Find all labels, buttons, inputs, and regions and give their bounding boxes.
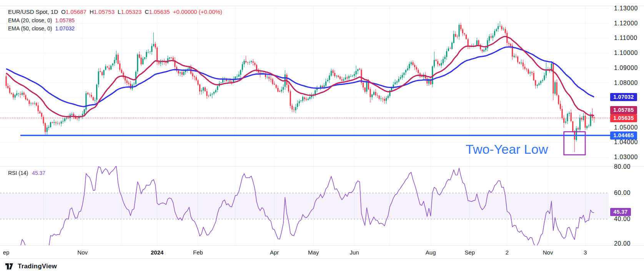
rsi-axis-label: 20.00 [614, 240, 631, 247]
price-axis-label: 1.03000 [614, 154, 638, 161]
time-label-Nov: Nov [543, 249, 553, 256]
price-axis-label: 1.11000 [614, 35, 637, 42]
support-price-badge: 1.04465 [610, 131, 637, 140]
time-label-May: May [308, 249, 319, 256]
price-axis-label: 1.08000 [614, 80, 638, 86]
time-label-ep: ep [3, 249, 10, 256]
footer: TradingView [5, 263, 57, 270]
time-label-Feb: Feb [193, 249, 203, 256]
ema50-value: 1.07032 [55, 25, 75, 32]
price-axis-label: 1.13000 [614, 5, 638, 12]
price-pane[interactable] [5, 21, 594, 152]
price-axis-label: 1.12000 [614, 20, 638, 27]
ema50-label: EMA (50, close, 0) [8, 25, 52, 32]
two-year-low-annotation[interactable]: Two-Year Low [466, 142, 548, 157]
last-price-badge: 1.05635 [610, 114, 637, 122]
ohlc-high: H1.05753 [90, 8, 115, 15]
rsi-axis-label: 60.00 [614, 190, 631, 196]
ohlc-close: C1.05635 [145, 8, 170, 15]
rsi-value: 45.37 [32, 170, 45, 176]
rsi-axis-label: 40.00 [614, 216, 631, 223]
tradingview-logo-icon[interactable] [5, 263, 15, 269]
rsi-label: RSI (14) [8, 170, 28, 176]
ema50-price-badge: 1.07032 [610, 93, 637, 101]
rsi-value-badge: 45.37 [610, 208, 631, 216]
ema20-value: 1.05785 [55, 17, 75, 23]
time-label-Sep: Sep [464, 249, 475, 256]
symbol-legend-row[interactable]: EUR/USD Spot, 1D O1.05687 H1.05753 L1.05… [8, 8, 222, 15]
rsi-axis-label: 80.00 [614, 163, 631, 170]
price-axis-label: 1.04000 [614, 139, 638, 146]
ohlc-low: L1.05323 [118, 8, 142, 15]
tradingview-chart-window: EUR/USD Spot, 1D O1.05687 H1.05753 L1.05… [0, 0, 644, 276]
price-axis-label: 1.10000 [614, 50, 638, 57]
time-label-3: 3 [584, 249, 587, 256]
time-label-Apr: Apr [270, 249, 279, 256]
symbol-title: EUR/USD Spot, 1D [8, 8, 58, 15]
price-axis-label: 1.05000 [614, 124, 638, 131]
legend: EUR/USD Spot, 1D O1.05687 H1.05753 L1.05… [8, 8, 222, 33]
rsi-legend-row[interactable]: RSI (14) 45.37 [8, 170, 45, 176]
time-axis[interactable]: epNov2024FebAprMayJunAugSep2Nov3 [0, 245, 609, 258]
price-axis-label: 1.09000 [614, 65, 638, 71]
change-value: +0.00000 (+0.00%) [173, 8, 222, 15]
ema20-legend-row[interactable]: EMA (20, close, 0) 1.05785 [8, 17, 222, 23]
price-axis[interactable]: 1.130001.120001.110001.100001.090001.080… [609, 0, 644, 276]
time-label-Nov: Nov [77, 249, 88, 256]
time-label-2024: 2024 [151, 249, 163, 256]
time-label-Jun: Jun [349, 249, 359, 256]
ema20-label: EMA (20, close, 0) [8, 17, 52, 23]
time-label-2: 2 [506, 249, 509, 256]
ohlc-open: O1.05687 [61, 8, 87, 15]
time-label-Aug: Aug [426, 249, 436, 256]
ema50-legend-row[interactable]: EMA (50, close, 0) 1.07032 [8, 25, 222, 31]
ema20-price-badge: 1.05785 [610, 106, 637, 114]
tradingview-brand-text[interactable]: TradingView [18, 263, 57, 270]
main-chart-canvas[interactable] [0, 0, 644, 276]
